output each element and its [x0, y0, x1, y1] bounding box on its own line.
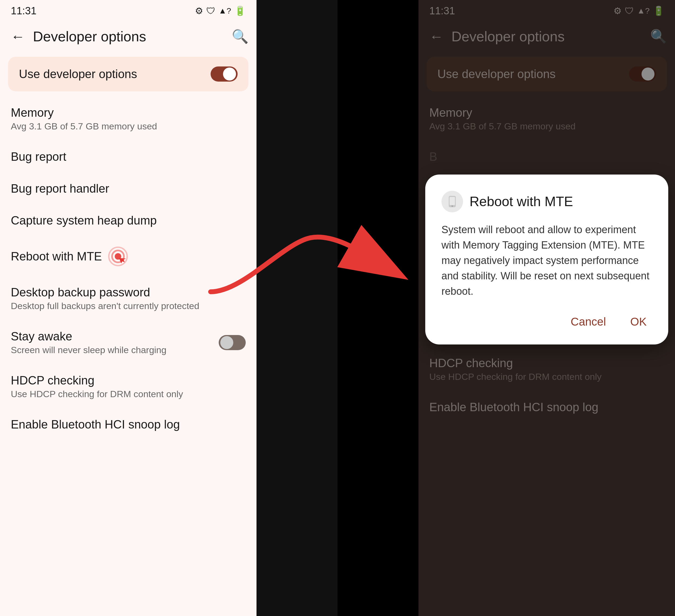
dev-toggle-label-left: Use developer options	[19, 67, 137, 81]
item-title: Bug report	[11, 150, 66, 163]
list-item[interactable]: Desktop backup password Desktop full bac…	[0, 276, 256, 321]
item-title: Enable Bluetooth HCI snoop log	[11, 418, 180, 431]
dev-toggle-card-left[interactable]: Use developer options	[8, 57, 248, 91]
item-subtitle: Use HDCP checking for DRM content only	[11, 389, 183, 399]
reboot-mte-dialog: Reboot with MTE System will reboot and a…	[425, 175, 668, 344]
top-bar-left: ← Developer options 🔍	[0, 22, 256, 51]
item-title: HDCP checking	[11, 373, 183, 387]
click-ripple-icon	[107, 246, 129, 267]
status-icons-left: ⚙ 🛡 ▲? 🔋	[195, 5, 246, 16]
item-subtitle: Desktop full backups aren't currently pr…	[11, 301, 199, 311]
wifi-icon-left: ▲?	[219, 6, 231, 15]
status-time-left: 11:31	[11, 5, 36, 17]
center-divider	[256, 0, 338, 616]
dialog-cancel-button[interactable]: Cancel	[566, 313, 611, 331]
dialog-actions: Cancel OK	[441, 313, 652, 331]
item-title: Desktop backup password	[11, 286, 199, 299]
list-item[interactable]: Bug report handler	[0, 173, 256, 205]
dialog-overlay: Reboot with MTE System will reboot and a…	[419, 0, 675, 616]
reboot-mte-title: Reboot with MTE	[11, 250, 102, 263]
item-title: Stay awake	[11, 330, 166, 343]
list-item[interactable]: Enable Bluetooth HCI snoop log	[0, 409, 256, 440]
item-title: Bug report handler	[11, 182, 109, 195]
dialog-header: Reboot with MTE	[441, 191, 652, 212]
page-title-left: Developer options	[33, 28, 226, 45]
search-button-left[interactable]: 🔍	[232, 28, 248, 44]
list-item[interactable]: Bug report	[0, 141, 256, 173]
dialog-ok-button[interactable]: OK	[625, 313, 652, 331]
dev-toggle-switch-left[interactable]	[211, 66, 238, 82]
stay-awake-toggle-left[interactable]	[219, 335, 246, 350]
svg-rect-5	[450, 197, 455, 205]
dialog-body: System will reboot and allow to experime…	[441, 222, 652, 299]
list-item[interactable]: HDCP checking Use HDCP checking for DRM …	[0, 364, 256, 409]
status-bar-left: 11:31 ⚙ 🛡 ▲? 🔋	[0, 0, 256, 22]
item-title: Memory	[11, 106, 157, 120]
left-panel: 11:31 ⚙ 🛡 ▲? 🔋 ← Developer options 🔍 Use…	[0, 0, 256, 616]
battery-icon-left: 🔋	[234, 5, 246, 16]
item-subtitle: Screen will never sleep while charging	[11, 345, 166, 355]
list-item[interactable]: Capture system heap dump	[0, 205, 256, 236]
dialog-title: Reboot with MTE	[469, 194, 573, 209]
back-button-left[interactable]: ←	[8, 26, 27, 47]
settings-list-left: Memory Avg 3.1 GB of 5.7 GB memory used …	[0, 97, 256, 616]
shield-icon-left: 🛡	[206, 6, 216, 16]
item-subtitle: Avg 3.1 GB of 5.7 GB memory used	[11, 121, 157, 132]
item-title: Capture system heap dump	[11, 214, 157, 227]
list-item[interactable]: Memory Avg 3.1 GB of 5.7 GB memory used	[0, 97, 256, 141]
list-item[interactable]: Stay awake Screen will never sleep while…	[0, 321, 256, 364]
reboot-mte-item[interactable]: Reboot with MTE	[0, 236, 256, 276]
right-panel: 11:31 ⚙ 🛡 ▲? 🔋 ← Developer options 🔍 Use…	[419, 0, 675, 616]
dialog-icon	[441, 191, 463, 212]
settings-icon-left: ⚙	[195, 5, 203, 16]
svg-point-6	[451, 205, 453, 207]
